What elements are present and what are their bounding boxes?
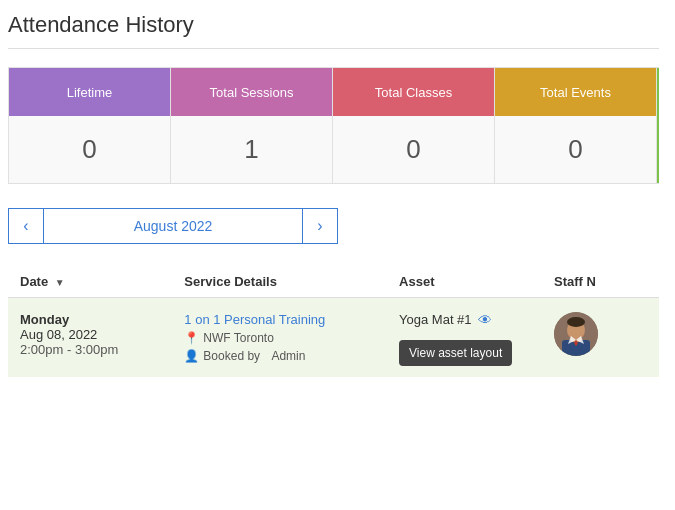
stat-value-events: 0: [495, 116, 656, 183]
next-month-button[interactable]: ›: [302, 208, 338, 244]
stat-label-extra: [657, 68, 659, 116]
booked-by-name: Admin: [271, 349, 305, 363]
date-string: Aug 08, 2022: [20, 327, 160, 342]
col-header-service: Service Details: [172, 266, 387, 298]
prev-month-button[interactable]: ‹: [8, 208, 44, 244]
stat-card-lifetime: Lifetime 0: [8, 67, 170, 184]
location-pin-icon: 📍: [184, 331, 199, 345]
stat-card-classes: Total Classes 0: [332, 67, 494, 184]
stat-value-sessions: 1: [171, 116, 332, 183]
avatar: [554, 312, 598, 356]
avatar-container: [554, 312, 647, 356]
booked-by-label: Booked by: [203, 349, 260, 363]
col-header-date[interactable]: Date ▼: [8, 266, 172, 298]
cell-service: 1 on 1 Personal Training 📍 NWF Toronto 👤…: [172, 298, 387, 378]
stat-value-lifetime: 0: [9, 116, 170, 183]
col-header-asset: Asset: [387, 266, 542, 298]
stat-card-extra: [656, 67, 659, 184]
page-title: Attendance History: [8, 12, 659, 38]
col-header-staff: Staff N: [542, 266, 659, 298]
stat-label-classes: Total Classes: [333, 68, 494, 116]
cell-asset: Yoga Mat #1 👁 View asset layout: [387, 298, 542, 378]
stat-value-classes: 0: [333, 116, 494, 183]
service-location: NWF Toronto: [203, 331, 273, 345]
stats-row: Lifetime 0 Total Sessions 1 Total Classe…: [8, 67, 659, 184]
stat-card-sessions: Total Sessions 1: [170, 67, 332, 184]
cell-staff: [542, 298, 659, 378]
stat-label-lifetime: Lifetime: [9, 68, 170, 116]
asset-name: Yoga Mat #1: [399, 312, 472, 327]
sort-arrow-icon: ▼: [55, 277, 65, 288]
stat-label-sessions: Total Sessions: [171, 68, 332, 116]
day-name: Monday: [20, 312, 160, 327]
time-string: 2:00pm - 3:00pm: [20, 342, 160, 357]
view-asset-icon[interactable]: 👁: [478, 312, 492, 328]
asset-tooltip: View asset layout: [399, 340, 512, 366]
month-label: August 2022: [44, 208, 302, 244]
asset-container: Yoga Mat #1 👁 View asset layout: [399, 312, 530, 328]
cell-date: Monday Aug 08, 2022 2:00pm - 3:00pm: [8, 298, 172, 378]
attendance-table: Date ▼ Service Details Asset Staff N: [8, 266, 659, 377]
month-nav: ‹ August 2022 ›: [8, 208, 338, 244]
stat-label-events: Total Events: [495, 68, 656, 116]
service-link[interactable]: 1 on 1 Personal Training: [184, 312, 375, 327]
page-container: Attendance History Lifetime 0 Total Sess…: [0, 0, 675, 377]
section-divider: [8, 48, 659, 49]
table-row: Monday Aug 08, 2022 2:00pm - 3:00pm 1 on…: [8, 298, 659, 378]
stat-card-events: Total Events 0: [494, 67, 656, 184]
person-icon: 👤: [184, 349, 199, 363]
table-header-row: Date ▼ Service Details Asset Staff N: [8, 266, 659, 298]
svg-point-4: [567, 317, 585, 327]
